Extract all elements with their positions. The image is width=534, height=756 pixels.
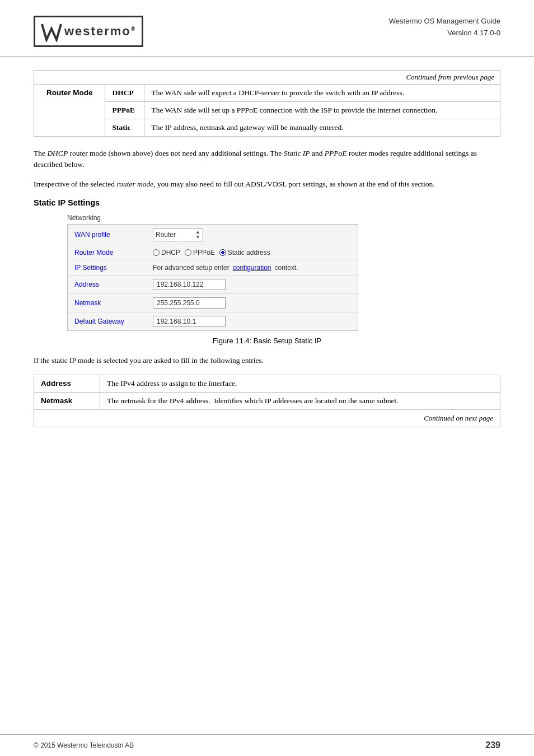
netmask-value[interactable]: 255.255.255.0: [153, 297, 226, 309]
page-header: westermo® Westermo OS Management Guide V…: [0, 0, 534, 57]
static-desc: The IP address, netmask and gateway will…: [144, 119, 500, 136]
para-1: The DHCP router mode (shown above) does …: [34, 148, 500, 171]
select-arrows-icon: ▲▼: [195, 230, 200, 240]
wan-profile-label: WAN profile: [74, 231, 153, 239]
gateway-label: Default Gateway: [74, 318, 153, 325]
wan-profile-value[interactable]: Router ▲▼: [153, 228, 203, 241]
netmask-row: Netmask 255.255.255.0: [68, 294, 358, 312]
continued-next-row: Continued on next page: [34, 410, 500, 427]
radio-static-circle: [219, 249, 226, 256]
router-mode-table: Continued from previous page Router Mode…: [34, 70, 500, 137]
logo-w-letter: [41, 21, 62, 42]
ip-settings-value: For advanced setup enter configuration c…: [153, 264, 298, 272]
page-footer: © 2015 Westermo Teleindustri AB 239: [0, 734, 534, 756]
radio-static-label: Static address: [228, 249, 270, 256]
logo-text: westermo®: [64, 24, 136, 39]
netmask-label: Netmask: [74, 299, 153, 307]
logo-trademark: ®: [131, 25, 136, 31]
netmask-input[interactable]: 255.255.255.0: [153, 297, 226, 309]
bottom-table: Address The IPv4 address to assign to th…: [34, 375, 500, 427]
continued-next-label: Continued on next page: [34, 410, 500, 427]
dhcp-label: DHCP: [105, 84, 144, 101]
netmask-key: Netmask: [34, 393, 100, 410]
router-mode-row: Router Mode DHCP PPPoE Static address: [68, 245, 358, 260]
para-2: Irrespective of the selected router mode…: [34, 179, 500, 190]
radio-dhcp[interactable]: DHCP: [153, 249, 180, 256]
figure-caption: Figure 11.4: Basic Setup Static IP: [34, 337, 500, 345]
netmask-entry-row: Netmask The netmask for the IPv4 address…: [34, 393, 500, 410]
radio-static[interactable]: Static address: [219, 249, 270, 256]
radio-dhcp-label: DHCP: [161, 249, 180, 256]
header-title: Westermo OS Management Guide Version 4.1…: [389, 16, 500, 39]
wan-profile-selected: Router: [156, 231, 176, 239]
address-row: Address 192.168.10.122: [68, 276, 358, 294]
pppoe-label: PPPoE: [105, 101, 144, 119]
logo-area: westermo®: [34, 16, 143, 47]
gateway-row: Default Gateway 192.168.10.1: [68, 312, 358, 330]
footer-copyright: © 2015 Westermo Teleindustri AB: [34, 741, 134, 749]
configuration-link[interactable]: configuration: [233, 264, 271, 272]
footer-page-number: 239: [485, 740, 500, 750]
logo: westermo®: [34, 16, 143, 47]
address-entry-row: Address The IPv4 address to assign to th…: [34, 375, 500, 393]
networking-label: Networking: [67, 214, 500, 222]
address-key: Address: [34, 375, 100, 393]
title-line1: Westermo OS Management Guide: [389, 16, 500, 27]
ip-settings-row: IP Settings For advanced setup enter con…: [68, 260, 358, 276]
address-input[interactable]: 192.168.10.122: [153, 279, 226, 290]
ip-settings-label: IP Settings: [74, 264, 153, 272]
router-mode-header: Router Mode: [34, 84, 105, 136]
dhcp-row: Router Mode DHCP The WAN side will expec…: [34, 84, 500, 101]
radio-group: DHCP PPPoE Static address: [153, 249, 270, 256]
router-mode-radios: DHCP PPPoE Static address: [153, 249, 270, 256]
wan-profile-select[interactable]: Router ▲▼: [153, 228, 203, 241]
radio-pppoe-label: PPPoE: [193, 249, 215, 256]
address-value[interactable]: 192.168.10.122: [153, 279, 226, 290]
radio-dhcp-circle: [153, 249, 160, 256]
wan-profile-row: WAN profile Router ▲▼: [68, 225, 358, 245]
title-line2: Version 4.17.0-0: [389, 27, 500, 39]
continued-row: Continued from previous page: [34, 70, 500, 84]
continued-label: Continued from previous page: [34, 70, 500, 84]
gateway-input[interactable]: 192.168.10.1: [153, 316, 226, 327]
gateway-value[interactable]: 192.168.10.1: [153, 316, 226, 327]
netmask-value-cell: The netmask for the IPv4 address. Identi…: [100, 393, 500, 410]
address-label: Address: [74, 281, 153, 288]
static-ip-intro: If the static IP mode is selected you ar…: [34, 355, 500, 367]
network-ui: WAN profile Router ▲▼ Router Mode DHCP: [67, 224, 358, 331]
static-label: Static: [105, 119, 144, 136]
radio-pppoe-circle: [185, 249, 191, 256]
section-heading: Static IP Settings: [34, 198, 500, 207]
router-mode-label: Router Mode: [74, 249, 153, 256]
dhcp-desc: The WAN side will expect a DHCP-server t…: [144, 84, 500, 101]
pppoe-desc: The WAN side will set up a PPPoE connect…: [144, 101, 500, 119]
page-content: Continued from previous page Router Mode…: [0, 57, 534, 476]
radio-pppoe[interactable]: PPPoE: [185, 249, 215, 256]
address-value-cell: The IPv4 address to assign to the interf…: [100, 375, 500, 393]
